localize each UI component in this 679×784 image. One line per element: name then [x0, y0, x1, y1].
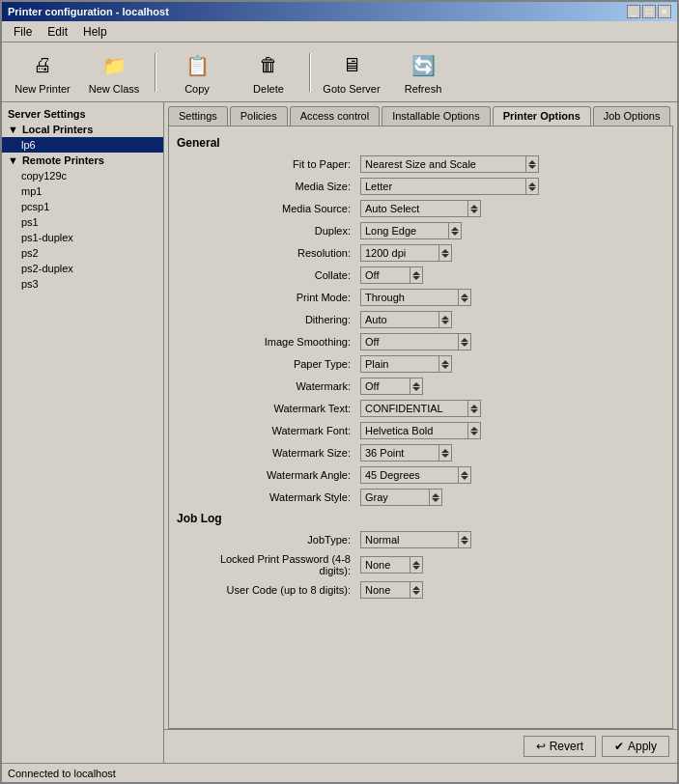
resolution-select[interactable]: 1200 dpi	[361, 245, 439, 261]
dithering-row: Dithering: Auto	[177, 311, 665, 328]
sidebar-item-ps3[interactable]: ps3	[2, 276, 163, 292]
sidebar-item-ps1[interactable]: ps1	[2, 214, 163, 230]
menu-help[interactable]: Help	[77, 23, 113, 41]
tab-installable-options[interactable]: Installable Options	[382, 106, 491, 126]
title-bar-buttons: _ □ ✕	[627, 5, 671, 18]
status-text: Connected to localhost	[8, 768, 116, 779]
watermark-text-select-wrapper[interactable]: CONFIDENTIAL	[360, 400, 481, 417]
user-code-row: User Code (up to 8 digits): None	[177, 581, 665, 599]
watermark-size-select[interactable]: 36 Point	[361, 445, 439, 461]
watermark-style-row: Watermark Style: Gray	[177, 489, 665, 506]
sidebar-item-copy129c[interactable]: copy129c	[2, 168, 163, 183]
sidebar-item-mp1[interactable]: mp1	[2, 183, 163, 199]
locked-print-row: Locked Print Password (4-8 digits): None	[177, 553, 665, 576]
fit-to-paper-control: Nearest Size and Scale	[360, 155, 539, 173]
collate-control: Off	[360, 266, 423, 284]
goto-server-button[interactable]: 🖥 Goto Server	[317, 46, 386, 98]
minimize-button[interactable]: _	[627, 5, 640, 18]
user-code-arrow	[410, 582, 422, 598]
revert-button[interactable]: ↩ Revert	[523, 736, 596, 757]
apply-button[interactable]: ✔ Apply	[602, 736, 669, 757]
user-code-select-wrapper[interactable]: None	[360, 581, 423, 599]
menu-edit[interactable]: Edit	[42, 23, 73, 41]
media-source-row: Media Source: Auto Select	[177, 200, 665, 217]
paper-type-select[interactable]: Plain	[361, 356, 439, 372]
general-section-title: General	[177, 136, 665, 150]
watermark-font-select[interactable]: Helvetica Bold	[361, 423, 467, 438]
sidebar-item-ps2[interactable]: ps2	[2, 245, 163, 261]
sidebar-item-ps2-duplex[interactable]: ps2-duplex	[2, 261, 163, 276]
copy-icon: 📋	[182, 50, 212, 81]
media-source-select[interactable]: Auto Select	[361, 201, 467, 216]
paper-type-label: Paper Type:	[186, 358, 360, 370]
jobtype-select[interactable]: Normal	[361, 532, 458, 547]
image-smoothing-control: Off	[360, 333, 471, 350]
paper-type-select-wrapper[interactable]: Plain	[360, 355, 452, 373]
watermark-text-select[interactable]: CONFIDENTIAL	[361, 401, 467, 416]
close-button[interactable]: ✕	[658, 5, 671, 18]
toolbar-separator-2	[309, 53, 311, 92]
window-title: Printer configuration - localhost	[8, 6, 169, 17]
jobtype-select-wrapper[interactable]: Normal	[360, 531, 471, 548]
dithering-select-wrapper[interactable]: Auto	[360, 311, 452, 328]
locked-print-select[interactable]: None	[361, 557, 410, 573]
fit-to-paper-select[interactable]: Nearest Size and Scale	[361, 156, 525, 172]
media-source-select-wrapper[interactable]: Auto Select	[360, 200, 481, 217]
duplex-select[interactable]: Long Edge	[361, 223, 448, 238]
tab-access-control[interactable]: Access control	[290, 106, 381, 126]
sidebar-item-ps1-duplex[interactable]: ps1-duplex	[2, 230, 163, 245]
image-smoothing-select[interactable]: Off	[361, 334, 458, 350]
sidebar-server-settings[interactable]: Server Settings	[2, 106, 163, 122]
collate-select[interactable]: Off	[361, 267, 410, 283]
dithering-select[interactable]: Auto	[361, 312, 439, 327]
resolution-select-wrapper[interactable]: 1200 dpi	[360, 244, 452, 262]
locked-print-arrow	[410, 557, 422, 573]
print-mode-arrow	[458, 290, 470, 305]
sidebar-remote-printers[interactable]: ▼ Remote Printers	[2, 153, 163, 168]
print-mode-label: Print Mode:	[186, 292, 360, 303]
image-smoothing-row: Image Smoothing: Off	[177, 333, 665, 350]
sidebar-item-lp6[interactable]: lp6	[2, 137, 163, 153]
watermark-angle-select[interactable]: 45 Degrees	[361, 467, 458, 483]
tab-job-options[interactable]: Job Options	[593, 106, 671, 126]
new-printer-button[interactable]: 🖨 New Printer	[8, 46, 77, 98]
refresh-button[interactable]: 🔄 Refresh	[388, 46, 458, 98]
watermark-row: Watermark: Off	[177, 378, 665, 395]
print-mode-row: Print Mode: Through	[177, 289, 665, 306]
image-smoothing-select-wrapper[interactable]: Off	[360, 333, 471, 350]
watermark-style-select-wrapper[interactable]: Gray	[360, 489, 442, 506]
locked-print-select-wrapper[interactable]: None	[360, 556, 423, 574]
maximize-button[interactable]: □	[642, 5, 656, 18]
watermark-angle-select-wrapper[interactable]: 45 Degrees	[360, 466, 471, 484]
media-size-select[interactable]: Letter	[361, 179, 525, 194]
watermark-select[interactable]: Off	[361, 378, 410, 394]
print-mode-select-wrapper[interactable]: Through	[360, 289, 471, 306]
sidebar-local-printers[interactable]: ▼ Local Printers	[2, 122, 163, 137]
sidebar-item-pcsp1[interactable]: pcsp1	[2, 199, 163, 214]
tab-policies[interactable]: Policies	[230, 106, 288, 126]
refresh-icon: 🔄	[408, 50, 439, 81]
collate-select-wrapper[interactable]: Off	[360, 266, 423, 284]
watermark-font-select-wrapper[interactable]: Helvetica Bold	[360, 422, 481, 439]
server-settings-label: Server Settings	[8, 108, 86, 120]
watermark-select-wrapper[interactable]: Off	[360, 378, 423, 395]
duplex-select-wrapper[interactable]: Long Edge	[360, 222, 462, 239]
watermark-font-control: Helvetica Bold	[360, 422, 481, 439]
watermark-style-select[interactable]: Gray	[361, 490, 429, 505]
watermark-font-label: Watermark Font:	[186, 425, 360, 436]
goto-server-icon: 🖥	[336, 50, 367, 81]
watermark-size-select-wrapper[interactable]: 36 Point	[360, 444, 452, 462]
duplex-control: Long Edge	[360, 222, 462, 239]
delete-button[interactable]: 🗑 Delete	[234, 46, 303, 98]
tab-printer-options[interactable]: Printer Options	[493, 106, 591, 126]
jobtype-arrow	[458, 532, 470, 547]
print-mode-select[interactable]: Through	[361, 290, 458, 305]
menu-file[interactable]: File	[8, 23, 38, 41]
fit-to-paper-select-wrapper[interactable]: Nearest Size and Scale	[360, 155, 539, 173]
refresh-label: Refresh	[405, 83, 442, 95]
media-size-select-wrapper[interactable]: Letter	[360, 178, 539, 195]
copy-button[interactable]: 📋 Copy	[162, 46, 232, 98]
tab-settings[interactable]: Settings	[168, 106, 228, 126]
user-code-select[interactable]: None	[361, 582, 410, 598]
new-class-button[interactable]: 📁 New Class	[79, 46, 149, 98]
